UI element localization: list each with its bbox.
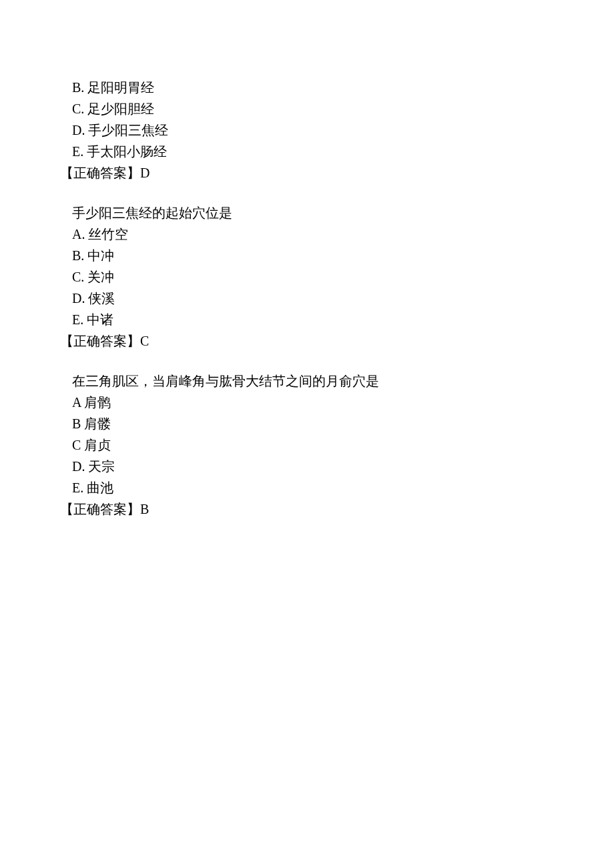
option-d: D. 手少阳三焦经 xyxy=(60,119,554,141)
question-block-1: B. 足阳明胃经 C. 足少阳胆经 D. 手少阳三焦经 E. 手太阳小肠经 【正… xyxy=(60,77,554,183)
option-c: C. 关冲 xyxy=(60,266,554,288)
question-text: 在三角肌区，当肩峰角与肱骨大结节之间的月俞穴是 xyxy=(60,370,554,392)
option-b: B. 足阳明胃经 xyxy=(60,77,554,98)
option-e: E. 曲池 xyxy=(60,477,554,498)
answer-text: 【正确答案】D xyxy=(60,162,554,183)
answer-text: 【正确答案】B xyxy=(60,498,554,520)
option-a: A 肩鹘 xyxy=(60,392,554,413)
option-e: E. 中诸 xyxy=(60,309,554,330)
option-a: A. 丝竹空 xyxy=(60,224,554,245)
question-block-2: 手少阳三焦经的起始穴位是 A. 丝竹空 B. 中冲 C. 关冲 D. 侠溪 E.… xyxy=(60,202,554,352)
question-block-3: 在三角肌区，当肩峰角与肱骨大结节之间的月俞穴是 A 肩鹘 B 肩髅 C 肩贞 D… xyxy=(60,370,554,520)
option-b: B 肩髅 xyxy=(60,413,554,434)
option-c: C 肩贞 xyxy=(60,434,554,456)
option-b: B. 中冲 xyxy=(60,245,554,266)
answer-text: 【正确答案】C xyxy=(60,330,554,352)
option-e: E. 手太阳小肠经 xyxy=(60,141,554,162)
question-text: 手少阳三焦经的起始穴位是 xyxy=(60,202,554,224)
option-d: D. 天宗 xyxy=(60,456,554,477)
option-d: D. 侠溪 xyxy=(60,288,554,309)
option-c: C. 足少阳胆经 xyxy=(60,98,554,119)
